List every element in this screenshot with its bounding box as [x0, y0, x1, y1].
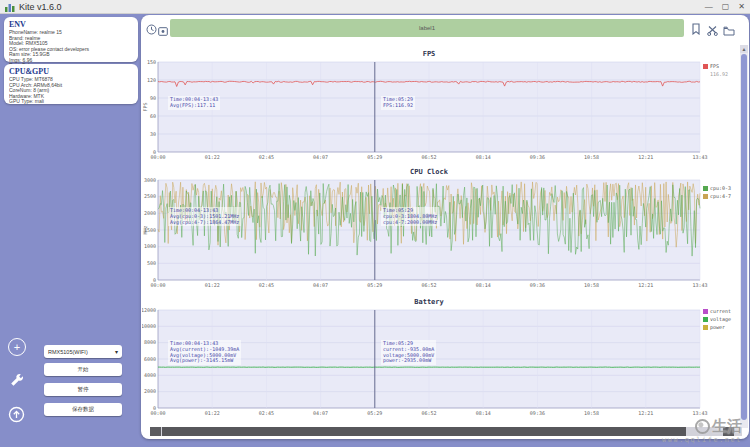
svg-text:09:36: 09:36 — [530, 154, 545, 160]
svg-text:60: 60 — [150, 113, 156, 119]
watermark-url: www.qqlife.net — [662, 436, 742, 444]
chart-annotation: Time:05:29current:-935.00mAvoltage:5000.… — [381, 340, 436, 365]
legend-item[interactable]: FPS — [703, 63, 728, 69]
svg-text:04:07: 04:07 — [313, 410, 328, 416]
legend-item[interactable]: cpu:4-7 — [703, 193, 731, 199]
window-title: Kite v1.6.0 — [19, 2, 62, 12]
svg-text:06:52: 06:52 — [421, 282, 436, 288]
env-panel-title: ENV — [9, 20, 133, 29]
vertical-scrollbar-thumb[interactable] — [741, 54, 747, 420]
app-icon — [5, 2, 15, 12]
cpu-clock-chart-title: CPU Clock — [158, 168, 700, 176]
svg-text:1000: 1000 — [144, 243, 156, 249]
svg-text:08:14: 08:14 — [476, 410, 491, 416]
svg-text:01:22: 01:22 — [205, 154, 220, 160]
cpu-gpu-panel-title: CPU&GPU — [9, 67, 133, 76]
vertical-scrollbar[interactable]: ▲ — [740, 45, 748, 428]
scroll-left-button[interactable] — [150, 427, 161, 436]
session-label-bar[interactable]: label1 — [170, 19, 684, 37]
timer-icon — [146, 24, 157, 35]
legend-item[interactable]: power — [703, 324, 731, 330]
cpu-clock-legend[interactable]: cpu:0-3cpu:4-7 — [703, 185, 731, 201]
svg-text:MHz: MHz — [142, 225, 148, 234]
legend-label: cpu:4-7 — [710, 193, 731, 199]
chevron-down-icon: ▾ — [115, 348, 118, 355]
cpu-clock-chart[interactable]: 05001000150020002500300000:0001:2202:450… — [142, 164, 748, 290]
horizontal-scrollbar-thumb[interactable] — [162, 427, 686, 436]
horizontal-scrollbar[interactable] — [150, 427, 742, 436]
svg-text:30: 30 — [150, 131, 156, 137]
wrench-icon — [8, 371, 24, 387]
svg-text:12:21: 12:21 — [638, 282, 653, 288]
cpu-gpu-info-lines: CPU Type: MT6878CPU Arch: ARMv8,64bitCor… — [9, 77, 133, 105]
svg-text:06:52: 06:52 — [421, 154, 436, 160]
legend-value: 116.92 — [710, 71, 728, 77]
svg-text:13:43: 13:43 — [692, 410, 707, 416]
legend-label: current — [710, 308, 731, 314]
screenshot-icon — [158, 27, 168, 36]
svg-text:90: 90 — [150, 95, 156, 101]
legend-swatch — [703, 186, 708, 191]
legend-swatch — [703, 317, 708, 322]
device-select[interactable]: RMX5105(WIFI) ▾ — [44, 345, 122, 358]
svg-text:8000: 8000 — [144, 339, 156, 345]
svg-text:500: 500 — [147, 260, 156, 266]
upload-icon — [8, 406, 25, 423]
settings-button[interactable] — [8, 371, 24, 391]
legend-swatch — [703, 309, 708, 314]
watermark: 生活 www.qqlife.net — [662, 417, 742, 444]
chart-annotation: Time:05:29cpu:0-3:1804.80MHzcpu:4-7:2000… — [381, 207, 439, 226]
svg-text:05:29: 05:29 — [367, 282, 382, 288]
svg-text:02:45: 02:45 — [259, 410, 274, 416]
fps-chart-title: FPS — [158, 50, 700, 58]
save-data-button[interactable]: 保存数据 — [44, 403, 122, 416]
minimize-button[interactable]: — — [705, 2, 713, 11]
open-folder-button[interactable] — [723, 22, 735, 40]
legend-label: FPS — [710, 63, 719, 69]
legend-item[interactable]: cpu:0-3 — [703, 185, 731, 191]
fps-legend[interactable]: FPS116.92 — [703, 63, 728, 77]
legend-label: power — [710, 324, 725, 330]
svg-text:05:29: 05:29 — [367, 154, 382, 160]
svg-text:13:43: 13:43 — [692, 282, 707, 288]
svg-text:08:14: 08:14 — [476, 282, 491, 288]
cut-button[interactable] — [707, 22, 718, 40]
svg-text:10:58: 10:58 — [584, 410, 599, 416]
fps-chart[interactable]: 030609012015000:0001:2202:4504:0705:2906… — [142, 46, 748, 164]
upload-button[interactable] — [8, 406, 25, 427]
svg-text:01:22: 01:22 — [205, 282, 220, 288]
bookmark-button[interactable] — [691, 21, 701, 39]
svg-text:01:22: 01:22 — [205, 410, 220, 416]
svg-text:02:45: 02:45 — [259, 282, 274, 288]
svg-text:06:52: 06:52 — [421, 410, 436, 416]
legend-item[interactable]: current — [703, 308, 731, 314]
legend-item[interactable]: voltage — [703, 316, 731, 322]
svg-text:3000: 3000 — [144, 177, 156, 183]
svg-text:02:45: 02:45 — [259, 154, 274, 160]
env-panel: ENV PhoneName: realme 15Brand: realmeMod… — [4, 17, 138, 62]
start-button[interactable]: 开始 — [44, 363, 122, 376]
record-timer-button[interactable] — [146, 21, 157, 39]
titlebar: Kite v1.6.0 — ▢ ✕ — [0, 0, 750, 14]
add-device-button[interactable]: + — [8, 338, 26, 356]
battery-legend[interactable]: currentvoltagepower — [703, 308, 731, 332]
svg-text:150: 150 — [147, 59, 156, 65]
device-select-value: RMX5105(WIFI) — [48, 349, 88, 355]
svg-text:00:00: 00:00 — [150, 282, 165, 288]
chart-annotation: Time:05:29FPS:116.92 — [381, 96, 415, 110]
svg-text:10:58: 10:58 — [584, 282, 599, 288]
svg-text:08:14: 08:14 — [476, 154, 491, 160]
screenshot-button[interactable] — [158, 22, 168, 40]
svg-text:00:00: 00:00 — [150, 154, 165, 160]
svg-text:12:21: 12:21 — [638, 154, 653, 160]
close-button[interactable]: ✕ — [738, 2, 745, 11]
svg-text:09:36: 09:36 — [530, 410, 545, 416]
pause-button[interactable]: 暂停 — [44, 383, 122, 396]
scroll-up-icon[interactable]: ▲ — [740, 45, 748, 53]
svg-text:12000: 12000 — [142, 307, 156, 313]
legend-swatch — [703, 194, 708, 199]
maximize-button[interactable]: ▢ — [722, 2, 730, 11]
info-line: GPU Type: mali — [9, 99, 133, 105]
chart-annotation: Time:00:04-13:43Avg(cpu:0-3):1501.21MHzA… — [168, 207, 241, 226]
legend-swatch — [703, 325, 708, 330]
